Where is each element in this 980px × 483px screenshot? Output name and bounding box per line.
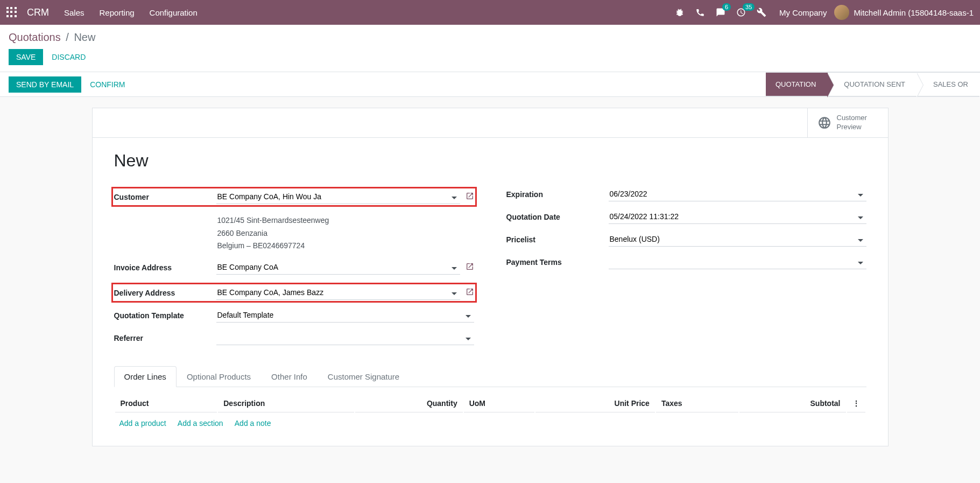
status-sales-order[interactable]: SALES OR xyxy=(917,72,980,96)
status-bar: SEND BY EMAIL CONFIRM QUOTATION QUOTATIO… xyxy=(0,72,980,97)
customer-input[interactable] xyxy=(216,190,460,204)
breadcrumb: Quotations / New xyxy=(9,31,971,44)
apps-icon[interactable] xyxy=(6,7,17,18)
delivery-address-row: Delivery Address xyxy=(111,283,477,303)
th-options[interactable]: ⋮ xyxy=(847,395,865,412)
status-quotation[interactable]: QUOTATION xyxy=(766,72,828,96)
breadcrumb-current: New xyxy=(74,31,95,43)
payment-terms-input[interactable] xyxy=(609,255,866,269)
add-section-link[interactable]: Add a section xyxy=(178,419,223,428)
customer-address-row: 1021/45 Sint-Bernardsesteenweg 2660 Benz… xyxy=(114,212,474,255)
tab-customer-signature[interactable]: Customer Signature xyxy=(318,366,410,387)
delivery-external-link-icon[interactable] xyxy=(466,285,474,298)
tools-icon[interactable] xyxy=(757,8,766,17)
activities-icon[interactable]: 35 xyxy=(736,8,746,17)
payment-terms-row: Payment Terms xyxy=(506,255,866,272)
quotation-template-label: Quotation Template xyxy=(114,308,216,320)
invoice-address-row: Invoice Address xyxy=(114,260,474,277)
expiration-row: Expiration xyxy=(506,187,866,204)
referrer-input[interactable] xyxy=(216,331,474,345)
customer-external-link-icon[interactable] xyxy=(466,190,474,202)
discard-button[interactable]: DISCARD xyxy=(52,53,86,61)
messages-badge: 6 xyxy=(722,3,731,11)
breadcrumb-parent[interactable]: Quotations xyxy=(9,31,61,43)
address-line3: Belgium – BE0246697724 xyxy=(217,240,474,253)
top-navbar: CRM Sales Reporting Configuration 6 35 M… xyxy=(0,0,980,25)
expiration-input[interactable] xyxy=(609,187,866,201)
quotation-template-row: Quotation Template xyxy=(114,308,474,325)
th-taxes: Taxes xyxy=(656,395,738,412)
quotation-template-input[interactable] xyxy=(216,308,474,323)
add-note-link[interactable]: Add a note xyxy=(235,419,271,428)
app-brand[interactable]: CRM xyxy=(27,7,49,18)
phone-icon[interactable] xyxy=(695,8,705,17)
order-lines-table: Product Description Quantity UoM Unit Pr… xyxy=(114,394,866,414)
pricelist-label: Pricelist xyxy=(506,232,609,244)
tab-other-info[interactable]: Other Info xyxy=(261,366,318,387)
activities-badge: 35 xyxy=(743,3,755,11)
pricelist-row: Pricelist xyxy=(506,232,866,249)
delivery-address-input[interactable] xyxy=(216,285,460,300)
confirm-button[interactable]: CONFIRM xyxy=(90,80,125,89)
customer-label: Customer xyxy=(114,190,216,201)
expiration-label: Expiration xyxy=(506,187,609,199)
invoice-address-label: Invoice Address xyxy=(114,260,216,272)
th-product: Product xyxy=(115,395,217,412)
user-avatar[interactable] xyxy=(834,5,849,20)
nav-configuration[interactable]: Configuration xyxy=(150,8,198,17)
quotation-date-label: Quotation Date xyxy=(506,209,609,221)
record-title: New xyxy=(114,151,866,171)
referrer-row: Referrer xyxy=(114,331,474,348)
save-button[interactable]: SAVE xyxy=(9,49,43,65)
send-by-email-button[interactable]: SEND BY EMAIL xyxy=(9,76,81,93)
messages-icon[interactable]: 6 xyxy=(716,8,725,17)
th-unit-price: Unit Price xyxy=(535,395,655,412)
th-uom: UoM xyxy=(464,395,534,412)
referrer-label: Referrer xyxy=(114,331,216,342)
control-panel: Quotations / New SAVE DISCARD xyxy=(0,25,980,72)
invoice-external-link-icon[interactable] xyxy=(466,260,474,272)
tab-optional-products[interactable]: Optional Products xyxy=(177,366,261,387)
quotation-date-row: Quotation Date xyxy=(506,209,866,227)
quotation-date-input[interactable] xyxy=(609,209,866,224)
th-quantity: Quantity xyxy=(355,395,463,412)
notebook: Order Lines Optional Products Other Info… xyxy=(114,366,866,433)
delivery-address-label: Delivery Address xyxy=(114,285,216,297)
nav-sales[interactable]: Sales xyxy=(64,8,84,17)
invoice-address-input[interactable] xyxy=(216,260,460,275)
customer-preview-button[interactable]: Customer Preview xyxy=(807,108,888,137)
address-line1: 1021/45 Sint-Bernardsesteenweg xyxy=(217,214,474,227)
user-menu[interactable]: Mitchell Admin (15804148-saas-1 xyxy=(854,8,974,17)
address-line2: 2660 Benzania xyxy=(217,227,474,240)
nav-reporting[interactable]: Reporting xyxy=(100,8,135,17)
pricelist-input[interactable] xyxy=(609,232,866,247)
company-switcher[interactable]: My Company xyxy=(779,8,827,17)
globe-icon xyxy=(817,116,831,130)
th-subtotal: Subtotal xyxy=(739,395,846,412)
form-sheet: Customer Preview New Customer xyxy=(92,108,889,446)
debug-icon[interactable] xyxy=(675,8,685,17)
add-product-link[interactable]: Add a product xyxy=(119,419,166,428)
customer-row: Customer xyxy=(111,187,477,207)
status-quotation-sent[interactable]: QUOTATION SENT xyxy=(828,72,917,96)
th-description: Description xyxy=(218,395,354,412)
payment-terms-label: Payment Terms xyxy=(506,255,609,267)
tab-order-lines[interactable]: Order Lines xyxy=(114,366,177,387)
